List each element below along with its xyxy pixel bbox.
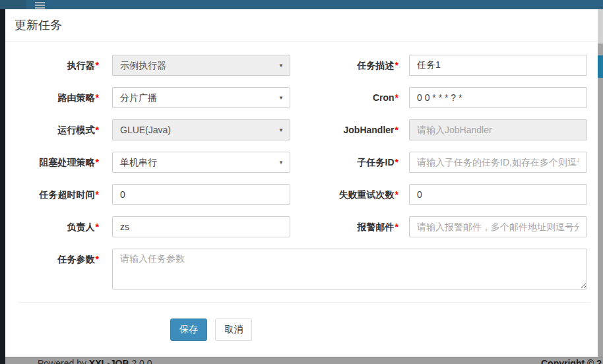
- timeout-label: 任务超时时间*: [13, 184, 99, 205]
- required-asterisk: *: [395, 189, 398, 200]
- top-navbar: [0, 0, 603, 9]
- footer-copyright-text: Copyright © 2: [541, 358, 602, 364]
- required-asterisk: *: [96, 254, 99, 264]
- form-row: 负责人* 报警邮件*: [13, 216, 598, 237]
- required-asterisk: *: [96, 222, 99, 232]
- cron-label: Cron*: [290, 87, 398, 108]
- fail-retry-label: 失败重试次数*: [290, 184, 398, 205]
- block-strategy-label: 阻塞处理策略*: [13, 152, 99, 173]
- form-row: 任务参数*: [13, 249, 598, 289]
- chevron-down-icon: ▼: [278, 56, 284, 76]
- page-footer: Powered by XXL-JOB 2.0.0 Copyright © 2: [5, 357, 603, 364]
- job-desc-input[interactable]: [409, 55, 587, 76]
- sidebar-strip: [0, 9, 5, 364]
- route-strategy-select[interactable]: 分片广播▼: [112, 87, 290, 108]
- form-divider: [18, 302, 590, 303]
- modal-backdrop-light: [598, 9, 603, 44]
- executor-label: 执行器*: [13, 55, 99, 76]
- button-row: 保存 取消: [170, 318, 598, 341]
- form-row: 阻塞处理策略* 单机串行▼ 子任务ID*: [13, 152, 598, 173]
- footer-powered-text: Powered by XXL-JOB 2.0.0: [38, 358, 152, 364]
- alarm-email-label: 报警邮件*: [290, 216, 398, 237]
- route-strategy-label: 路由策略*: [13, 87, 99, 108]
- chevron-down-icon: ▼: [278, 121, 284, 140]
- save-button[interactable]: 保存: [170, 318, 207, 341]
- glue-type-select: GLUE(Java)▼: [112, 119, 290, 140]
- required-asterisk: *: [96, 60, 99, 71]
- update-task-modal: 更新任务 执行器* 示例执行器▼ 任务描述* 路由策略* 分片广播▼ Cron*…: [5, 9, 598, 357]
- job-param-textarea[interactable]: [112, 249, 587, 289]
- update-task-form: 执行器* 示例执行器▼ 任务描述* 路由策略* 分片广播▼ Cron* 运行模式…: [5, 42, 598, 341]
- job-desc-label: 任务描述*: [290, 55, 398, 76]
- executor-select: 示例执行器▼: [112, 55, 290, 76]
- required-asterisk: *: [96, 157, 99, 167]
- form-row: 任务超时时间* 失败重试次数*: [13, 184, 598, 205]
- chevron-down-icon: ▼: [278, 88, 284, 108]
- required-asterisk: *: [395, 60, 398, 71]
- required-asterisk: *: [395, 125, 398, 135]
- footer-brand: XXL-JOB: [89, 358, 129, 364]
- required-asterisk: *: [395, 157, 398, 167]
- required-asterisk: *: [96, 92, 99, 103]
- job-handler-input: [409, 119, 587, 140]
- glue-type-label: 运行模式*: [13, 119, 99, 140]
- cancel-button[interactable]: 取消: [215, 318, 252, 341]
- required-asterisk: *: [395, 222, 398, 232]
- form-row: 路由策略* 分片广播▼ Cron*: [13, 87, 598, 108]
- required-asterisk: *: [96, 125, 99, 135]
- form-row: 运行模式* GLUE(Java)▼ JobHandler*: [13, 119, 598, 140]
- author-label: 负责人*: [13, 216, 99, 237]
- timeout-input[interactable]: [112, 184, 290, 205]
- alarm-email-input[interactable]: [409, 216, 587, 237]
- chevron-down-icon: ▼: [278, 153, 284, 173]
- required-asterisk: *: [395, 92, 398, 103]
- navbar-logo-area: [0, 0, 26, 9]
- fail-retry-input[interactable]: [409, 184, 587, 205]
- required-asterisk: *: [96, 189, 99, 200]
- child-jobid-label: 子任务ID*: [290, 152, 398, 173]
- child-jobid-input[interactable]: [409, 152, 587, 173]
- author-input[interactable]: [112, 216, 290, 237]
- form-row: 执行器* 示例执行器▼ 任务描述*: [13, 55, 598, 76]
- cron-input[interactable]: [409, 87, 587, 108]
- job-param-label: 任务参数*: [13, 249, 99, 270]
- modal-title: 更新任务: [5, 9, 598, 42]
- block-strategy-select[interactable]: 单机串行▼: [112, 152, 290, 173]
- job-handler-label: JobHandler*: [290, 119, 398, 140]
